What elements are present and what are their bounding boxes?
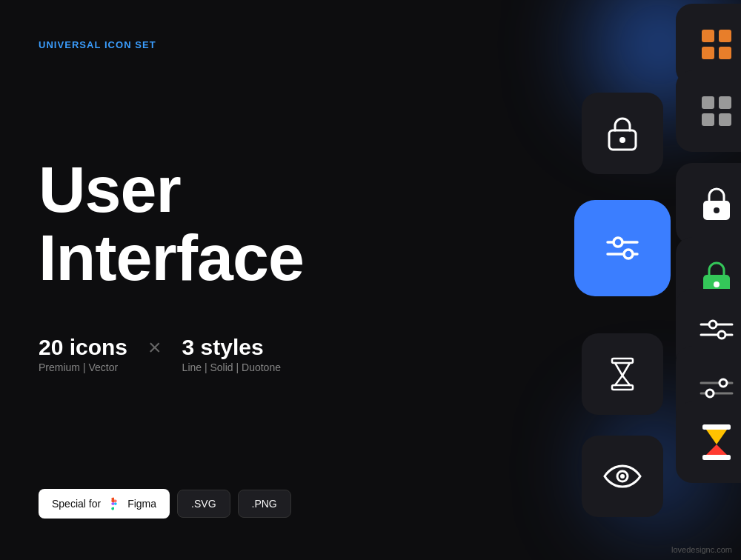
left-section: UNIVERSAL ICON SET User Interface 20 ico…	[39, 0, 424, 560]
hourglass-line-card	[582, 333, 663, 415]
svg-point-23	[709, 321, 717, 328]
svg-point-25	[718, 331, 725, 339]
heading-line1: User Interface	[39, 156, 304, 293]
icons-stat: 20 icons Premium | Vector	[39, 335, 127, 373]
eye-center-card	[582, 436, 663, 517]
styles-sub: Line | Solid | Duotone	[182, 361, 281, 373]
right-section	[430, 0, 741, 560]
lock-solid-card	[676, 163, 741, 244]
figma-icon	[107, 496, 122, 511]
svg-rect-30	[702, 424, 731, 430]
svg-point-3	[624, 250, 633, 259]
brand-title: UNIVERSAL ICON SET	[39, 39, 156, 50]
main-heading: User Interface	[39, 156, 304, 293]
eye-center-icon	[603, 463, 642, 490]
hourglass-yellow-icon	[700, 422, 734, 462]
svg-point-1	[614, 238, 622, 247]
svg-rect-12	[702, 47, 714, 59]
svg-point-9	[620, 474, 625, 479]
svg-rect-10	[702, 30, 714, 42]
grid-gray-card	[676, 70, 741, 152]
sliders-mini-icon	[698, 373, 735, 401]
grid-orange-icon	[697, 25, 736, 64]
figma-badge-label: Special for	[52, 498, 101, 510]
badges-row: Special for Figma .SVG .PNG	[39, 489, 291, 519]
lock-dark-card	[582, 93, 663, 174]
figma-badge[interactable]: Special for Figma	[39, 489, 170, 519]
lock-line-icon	[605, 114, 640, 153]
png-badge[interactable]: .PNG	[238, 490, 291, 518]
sliders-large-card	[574, 200, 671, 296]
svg-rect-15	[719, 96, 731, 109]
svg-rect-11	[719, 30, 731, 42]
multiply-symbol: ×	[148, 335, 162, 360]
icons-count: 20 icons	[39, 335, 127, 360]
svg-point-27	[720, 379, 727, 387]
svg-rect-13	[719, 47, 731, 59]
svg-badge[interactable]: .SVG	[177, 490, 230, 518]
svg-rect-14	[702, 96, 714, 109]
svg-rect-17	[719, 113, 731, 126]
styles-stat: 3 styles Line | Solid | Duotone	[182, 335, 281, 373]
icons-sub: Premium | Vector	[39, 361, 127, 373]
watermark: lovedesignc.com	[671, 545, 732, 554]
svg-rect-31	[702, 455, 731, 460]
svg-point-29	[706, 390, 714, 397]
hourglass-yellow-card	[676, 401, 741, 483]
svg-point-19	[714, 207, 720, 213]
svg-point-21	[714, 281, 720, 287]
figma-badge-name: Figma	[127, 498, 156, 510]
sliders-small-icon	[698, 316, 735, 344]
stats-row: 20 icons Premium | Vector × 3 styles Lin…	[39, 335, 281, 373]
styles-count: 3 styles	[182, 335, 281, 360]
svg-point-5	[619, 137, 625, 143]
grid-gray-icon	[697, 92, 736, 130]
sliders-icon	[599, 224, 646, 272]
svg-rect-16	[702, 113, 714, 126]
hourglass-line-icon	[605, 355, 640, 393]
lock-solid-icon	[699, 184, 734, 223]
